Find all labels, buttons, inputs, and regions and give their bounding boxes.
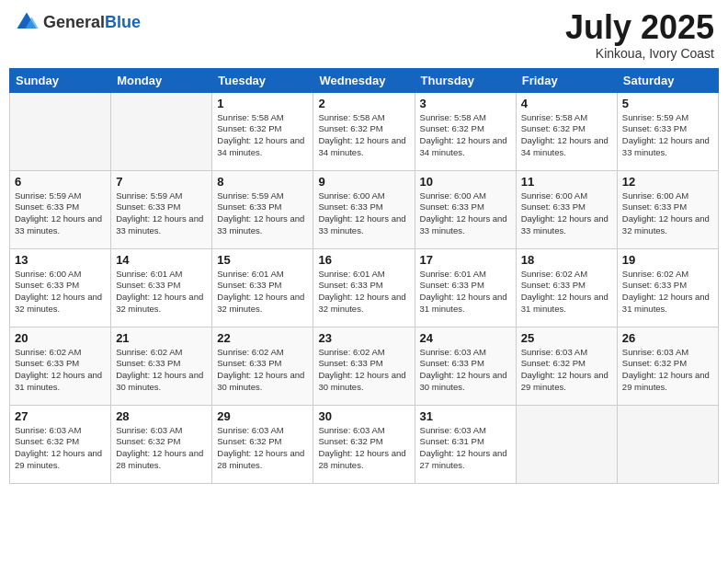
calendar-cell [111, 92, 212, 170]
calendar-week-row: 6Sunrise: 5:59 AM Sunset: 6:33 PM Daylig… [10, 170, 719, 248]
day-info: Sunrise: 6:01 AM Sunset: 6:33 PM Dayligh… [116, 269, 207, 316]
calendar-cell: 20Sunrise: 6:02 AM Sunset: 6:33 PM Dayli… [10, 327, 111, 405]
day-info: Sunrise: 6:00 AM Sunset: 6:33 PM Dayligh… [622, 190, 713, 237]
calendar-cell: 22Sunrise: 6:02 AM Sunset: 6:33 PM Dayli… [212, 327, 313, 405]
calendar-cell: 19Sunrise: 6:02 AM Sunset: 6:33 PM Dayli… [617, 248, 718, 327]
day-number: 27 [15, 409, 106, 423]
day-of-week-header: Wednesday [313, 68, 415, 92]
day-number: 6 [15, 175, 106, 189]
day-info: Sunrise: 6:00 AM Sunset: 6:33 PM Dayligh… [318, 190, 409, 237]
day-info: Sunrise: 6:03 AM Sunset: 6:32 PM Dayligh… [318, 425, 409, 472]
logo-text-general: General [43, 13, 105, 31]
day-info: Sunrise: 5:58 AM Sunset: 6:32 PM Dayligh… [217, 112, 308, 159]
day-number: 18 [521, 253, 612, 267]
day-number: 25 [521, 331, 612, 345]
day-info: Sunrise: 5:59 AM Sunset: 6:33 PM Dayligh… [15, 190, 106, 237]
day-number: 20 [15, 331, 106, 345]
day-info: Sunrise: 6:02 AM Sunset: 6:33 PM Dayligh… [521, 269, 612, 316]
title-area: July 2025 Kinkoua, Ivory Coast [565, 9, 714, 61]
day-number: 4 [521, 97, 612, 110]
calendar-cell: 2Sunrise: 5:58 AM Sunset: 6:32 PM Daylig… [313, 92, 415, 170]
month-title: July 2025 [565, 9, 714, 46]
day-number: 30 [318, 409, 409, 423]
day-number: 2 [318, 97, 409, 110]
day-number: 11 [521, 175, 612, 189]
calendar-cell: 27Sunrise: 6:03 AM Sunset: 6:32 PM Dayli… [10, 405, 111, 483]
day-number: 29 [217, 409, 308, 423]
day-number: 5 [622, 97, 713, 110]
day-number: 17 [420, 253, 511, 267]
calendar-cell: 31Sunrise: 6:03 AM Sunset: 6:31 PM Dayli… [415, 405, 516, 483]
calendar-week-row: 1Sunrise: 5:58 AM Sunset: 6:32 PM Daylig… [10, 92, 719, 170]
calendar-cell: 9Sunrise: 6:00 AM Sunset: 6:33 PM Daylig… [313, 170, 415, 248]
calendar-cell: 5Sunrise: 5:59 AM Sunset: 6:33 PM Daylig… [617, 92, 718, 170]
day-info: Sunrise: 5:58 AM Sunset: 6:32 PM Dayligh… [521, 112, 612, 159]
calendar-cell: 23Sunrise: 6:02 AM Sunset: 6:33 PM Dayli… [313, 327, 415, 405]
calendar-week-row: 27Sunrise: 6:03 AM Sunset: 6:32 PM Dayli… [10, 405, 719, 483]
day-info: Sunrise: 5:59 AM Sunset: 6:33 PM Dayligh… [622, 112, 713, 159]
day-number: 3 [420, 97, 511, 110]
day-info: Sunrise: 6:03 AM Sunset: 6:32 PM Dayligh… [521, 347, 612, 394]
day-info: Sunrise: 6:03 AM Sunset: 6:33 PM Dayligh… [420, 347, 511, 394]
day-of-week-header: Friday [516, 68, 617, 92]
day-of-week-header: Tuesday [212, 68, 313, 92]
day-number: 8 [217, 175, 308, 189]
calendar-header-row: SundayMondayTuesdayWednesdayThursdayFrid… [10, 68, 719, 92]
day-number: 26 [622, 331, 713, 345]
calendar-week-row: 20Sunrise: 6:02 AM Sunset: 6:33 PM Dayli… [10, 327, 719, 405]
calendar-cell: 18Sunrise: 6:02 AM Sunset: 6:33 PM Dayli… [516, 248, 617, 327]
location-title: Kinkoua, Ivory Coast [565, 46, 714, 61]
calendar-cell: 3Sunrise: 5:58 AM Sunset: 6:32 PM Daylig… [415, 92, 516, 170]
day-info: Sunrise: 5:58 AM Sunset: 6:32 PM Dayligh… [420, 112, 511, 159]
calendar-cell: 29Sunrise: 6:03 AM Sunset: 6:32 PM Dayli… [212, 405, 313, 483]
day-of-week-header: Thursday [415, 68, 516, 92]
calendar-cell: 21Sunrise: 6:02 AM Sunset: 6:33 PM Dayli… [111, 327, 212, 405]
day-number: 9 [318, 175, 409, 189]
calendar-cell: 6Sunrise: 5:59 AM Sunset: 6:33 PM Daylig… [10, 170, 111, 248]
calendar-cell: 16Sunrise: 6:01 AM Sunset: 6:33 PM Dayli… [313, 248, 415, 327]
day-number: 7 [116, 175, 207, 189]
day-of-week-header: Monday [111, 68, 212, 92]
day-info: Sunrise: 6:03 AM Sunset: 6:32 PM Dayligh… [217, 425, 308, 472]
day-number: 1 [217, 97, 308, 110]
day-info: Sunrise: 6:03 AM Sunset: 6:31 PM Dayligh… [420, 425, 511, 472]
calendar-cell: 30Sunrise: 6:03 AM Sunset: 6:32 PM Dayli… [313, 405, 415, 483]
day-number: 12 [622, 175, 713, 189]
page-header: GeneralBlue July 2025 Kinkoua, Ivory Coa… [9, 9, 719, 61]
day-info: Sunrise: 5:58 AM Sunset: 6:32 PM Dayligh… [318, 112, 409, 159]
day-info: Sunrise: 6:01 AM Sunset: 6:33 PM Dayligh… [420, 269, 511, 316]
calendar-cell [617, 405, 718, 483]
day-info: Sunrise: 6:00 AM Sunset: 6:33 PM Dayligh… [15, 269, 106, 316]
calendar-cell: 1Sunrise: 5:58 AM Sunset: 6:32 PM Daylig… [212, 92, 313, 170]
calendar-cell: 10Sunrise: 6:00 AM Sunset: 6:33 PM Dayli… [415, 170, 516, 248]
day-number: 14 [116, 253, 207, 267]
day-number: 13 [15, 253, 106, 267]
calendar-cell: 15Sunrise: 6:01 AM Sunset: 6:33 PM Dayli… [212, 248, 313, 327]
day-number: 22 [217, 331, 308, 345]
day-number: 24 [420, 331, 511, 345]
day-info: Sunrise: 5:59 AM Sunset: 6:33 PM Dayligh… [116, 190, 207, 237]
calendar-cell [10, 92, 111, 170]
day-info: Sunrise: 6:00 AM Sunset: 6:33 PM Dayligh… [420, 190, 511, 237]
calendar-cell: 14Sunrise: 6:01 AM Sunset: 6:33 PM Dayli… [111, 248, 212, 327]
calendar-cell: 11Sunrise: 6:00 AM Sunset: 6:33 PM Dayli… [516, 170, 617, 248]
day-info: Sunrise: 6:00 AM Sunset: 6:33 PM Dayligh… [521, 190, 612, 237]
logo-icon [14, 9, 40, 35]
day-number: 16 [318, 253, 409, 267]
calendar-week-row: 13Sunrise: 6:00 AM Sunset: 6:33 PM Dayli… [10, 248, 719, 327]
day-info: Sunrise: 6:03 AM Sunset: 6:32 PM Dayligh… [15, 425, 106, 472]
day-info: Sunrise: 6:02 AM Sunset: 6:33 PM Dayligh… [15, 347, 106, 394]
calendar-cell: 13Sunrise: 6:00 AM Sunset: 6:33 PM Dayli… [10, 248, 111, 327]
day-info: Sunrise: 6:03 AM Sunset: 6:32 PM Dayligh… [116, 425, 207, 472]
calendar-cell [516, 405, 617, 483]
day-of-week-header: Sunday [10, 68, 111, 92]
day-info: Sunrise: 6:02 AM Sunset: 6:33 PM Dayligh… [217, 347, 308, 394]
day-info: Sunrise: 6:01 AM Sunset: 6:33 PM Dayligh… [318, 269, 409, 316]
day-number: 23 [318, 331, 409, 345]
calendar-table: SundayMondayTuesdayWednesdayThursdayFrid… [9, 68, 719, 484]
day-info: Sunrise: 5:59 AM Sunset: 6:33 PM Dayligh… [217, 190, 308, 237]
calendar-cell: 7Sunrise: 5:59 AM Sunset: 6:33 PM Daylig… [111, 170, 212, 248]
day-info: Sunrise: 6:02 AM Sunset: 6:33 PM Dayligh… [318, 347, 409, 394]
calendar-cell: 24Sunrise: 6:03 AM Sunset: 6:33 PM Dayli… [415, 327, 516, 405]
day-info: Sunrise: 6:03 AM Sunset: 6:32 PM Dayligh… [622, 347, 713, 394]
